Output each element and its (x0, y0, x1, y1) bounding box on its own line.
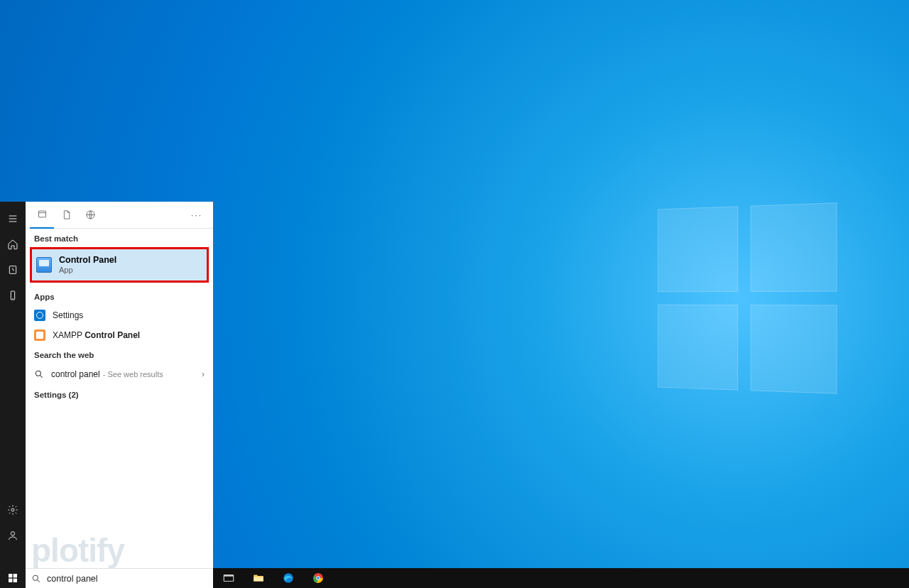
svg-rect-8 (9, 574, 12, 577)
wallpaper-windows-logo (658, 202, 837, 393)
desktop: ··· Best match Control Panel App Apps Se… (0, 0, 909, 588)
app-result-settings[interactable]: Settings (26, 305, 213, 325)
best-match-title: Control Panel (59, 255, 116, 265)
search-icon (31, 574, 41, 584)
svg-point-3 (11, 532, 14, 535)
chrome-icon[interactable] (310, 570, 327, 587)
windows-logo-icon (7, 572, 18, 584)
taskbar (213, 568, 909, 588)
best-match-label: Best match (26, 229, 213, 247)
start-button[interactable] (0, 568, 26, 588)
menu-icon[interactable] (0, 206, 26, 232)
control-panel-icon (36, 257, 52, 273)
file-explorer-icon[interactable] (250, 570, 267, 587)
filter-all-icon[interactable] (30, 202, 54, 229)
web-result[interactable]: control panel - See web results › (26, 364, 213, 385)
search-filter-tabs: ··· (26, 202, 213, 229)
app-result-label: Settings (53, 310, 83, 320)
web-query: control panel (51, 369, 100, 379)
web-hint: - See web results (103, 370, 163, 379)
app-result-xampp[interactable]: XAMPP Control Panel (26, 325, 213, 345)
svg-point-7 (33, 575, 38, 580)
settings-app-icon (34, 310, 45, 321)
svg-rect-10 (9, 579, 12, 582)
xampp-app-icon (34, 330, 45, 341)
search-input[interactable] (47, 574, 207, 584)
history-icon[interactable] (0, 257, 26, 283)
home-icon[interactable] (0, 232, 26, 257)
filter-more-icon[interactable]: ··· (185, 210, 209, 220)
filter-documents-icon[interactable] (54, 202, 78, 229)
device-icon[interactable] (0, 283, 26, 308)
account-icon[interactable] (0, 523, 26, 548)
settings-icon[interactable] (0, 497, 26, 523)
svg-rect-11 (13, 579, 17, 582)
start-rail (0, 202, 26, 568)
edge-icon[interactable] (280, 570, 297, 587)
svg-rect-9 (13, 574, 17, 577)
svg-point-2 (11, 508, 14, 511)
svg-rect-4 (38, 211, 45, 217)
search-results-panel: ··· Best match Control Panel App Apps Se… (26, 202, 213, 568)
chevron-right-icon: › (202, 369, 205, 379)
apps-label: Apps (26, 287, 213, 305)
best-match-subtitle: App (59, 266, 73, 274)
best-match-result[interactable]: Control Panel App (30, 247, 209, 283)
search-web-label: Search the web (26, 345, 213, 364)
task-view-icon[interactable] (220, 570, 237, 587)
app-result-label: XAMPP Control Panel (53, 330, 140, 340)
svg-point-6 (36, 371, 40, 376)
search-box[interactable] (26, 568, 213, 588)
search-icon (34, 369, 44, 379)
filter-web-icon[interactable] (78, 202, 102, 229)
svg-rect-13 (224, 575, 234, 577)
svg-rect-14 (254, 577, 263, 582)
settings-group-label: Settings (2) (26, 385, 213, 403)
